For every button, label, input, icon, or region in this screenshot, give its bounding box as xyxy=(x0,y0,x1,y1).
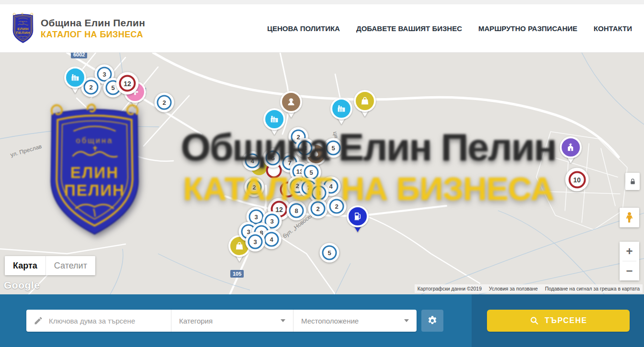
cluster-ring: 8 xyxy=(289,203,304,218)
search-button[interactable]: ТЪРСЕНЕ xyxy=(487,310,630,332)
map-type-control: Карта Сателит xyxy=(5,256,95,275)
padlock-icon xyxy=(629,178,637,186)
search-bar: Категория Местоположение Т xyxy=(0,294,644,347)
category-select-label: Категория xyxy=(179,317,213,325)
cluster-ring: 5 xyxy=(326,141,341,156)
cluster-count: 5 xyxy=(111,84,114,91)
keyword-search-input[interactable] xyxy=(49,317,171,325)
cluster-count: 2 xyxy=(252,184,256,191)
chevron-down-icon xyxy=(281,319,285,322)
map-attribution: Картографски данни ©2019Условия за ползв… xyxy=(415,284,643,293)
cluster-ring: 8 xyxy=(312,186,327,201)
fuel-pump-icon xyxy=(352,211,363,222)
location-select[interactable]: Местоположение xyxy=(293,310,417,332)
header: общинаЕЛИНПЕЛИН Община Елин Пелин КАТАЛО… xyxy=(0,4,644,53)
church-pin[interactable] xyxy=(560,136,582,165)
attribution-text: Картографски данни ©2019 xyxy=(418,286,482,291)
cluster-count: 2 xyxy=(295,182,299,190)
cluster-marker[interactable]: 3 xyxy=(295,138,315,158)
site-logo[interactable]: общинаЕЛИНПЕЛИН Община Елин Пелин КАТАЛО… xyxy=(11,12,145,44)
attribution-link[interactable]: Условия за ползване xyxy=(489,286,538,291)
cluster-count: 4 xyxy=(250,157,254,165)
satellite-view-button[interactable]: Сателит xyxy=(46,256,95,275)
lock-button[interactable] xyxy=(625,173,640,190)
cluster-count: 8 xyxy=(317,190,320,197)
cluster-count: 3 xyxy=(270,218,273,225)
municipality-crest-icon: общинаЕЛИНПЕЛИН xyxy=(11,12,35,44)
svg-text:ПЕЛИН: ПЕЛИН xyxy=(16,31,30,35)
factory-pin[interactable] xyxy=(64,67,86,95)
church-icon xyxy=(565,142,576,153)
cluster-count: 8 xyxy=(294,207,298,214)
bag-pin[interactable] xyxy=(354,90,376,119)
site-title: Община Елин Пелин xyxy=(41,17,145,29)
zoom-out-button[interactable]: − xyxy=(620,261,639,280)
map-markers-layer: 3251222354671352274812822333843510 xyxy=(0,53,644,294)
nav-pricing[interactable]: ЦЕНОВА ПОЛИТИКА xyxy=(267,24,340,33)
pencil-icon xyxy=(34,316,43,325)
factory-icon xyxy=(70,72,80,83)
cluster-marker[interactable]: 2 xyxy=(308,199,328,219)
cluster-marker[interactable]: 5 xyxy=(324,138,343,158)
cluster-count: 2 xyxy=(89,84,92,91)
advanced-settings-button[interactable] xyxy=(421,310,443,332)
cluster-count: 2 xyxy=(162,99,166,106)
pin-circle xyxy=(354,90,376,112)
cluster-marker[interactable]: 5 xyxy=(320,243,339,263)
crest-graphic: общинаЕЛИНПЕЛИН xyxy=(11,12,35,44)
map-canvas[interactable]: ул. Преславбул. „Новоселци6002105 325122… xyxy=(0,53,644,294)
shopping-bag-icon xyxy=(234,241,245,251)
cluster-marker[interactable]: 2 xyxy=(155,93,174,112)
factory-pin[interactable] xyxy=(263,108,285,137)
factory-pin[interactable] xyxy=(330,98,352,126)
cluster-ring: 5 xyxy=(322,246,337,260)
cluster-marker[interactable]: 4 xyxy=(243,151,262,171)
location-select-label: Местоположение xyxy=(301,317,359,325)
chevron-down-icon xyxy=(404,319,409,322)
svg-text:ЕЛИН: ЕЛИН xyxy=(17,27,28,31)
attribution-link[interactable]: Подаване на сигнал за грешка в картата xyxy=(545,286,640,291)
cluster-ring: 2 xyxy=(247,180,262,195)
main-nav: ЦЕНОВА ПОЛИТИКАДОБАВЕТЕ ВАШИЯТ БИЗНЕСМАР… xyxy=(267,24,632,33)
cluster-marker[interactable]: 10 xyxy=(565,168,589,191)
cluster-count: 5 xyxy=(331,145,335,152)
cluster-count: 4 xyxy=(329,183,332,190)
cluster-marker[interactable]: 12 xyxy=(116,72,139,95)
pin-circle xyxy=(64,67,86,89)
cluster-count: 5 xyxy=(309,169,313,176)
google-logo[interactable]: Google xyxy=(4,280,40,291)
keyword-segment xyxy=(26,310,171,332)
pin-circle xyxy=(330,98,352,120)
search-box: Категория Местоположение xyxy=(26,310,417,332)
cluster-count: 3 xyxy=(102,71,106,78)
search-bar-right: ТЪРСЕНЕ xyxy=(472,294,644,347)
zoom-in-button[interactable]: + xyxy=(620,242,639,261)
cluster-marker[interactable]: 2 xyxy=(245,178,264,197)
search-button-label: ТЪРСЕНЕ xyxy=(545,316,588,325)
gear-icon xyxy=(427,315,438,326)
street-view-pegman-button[interactable] xyxy=(620,208,639,227)
cluster-count: 3 xyxy=(303,145,306,152)
nav-add-business[interactable]: ДОБАВЕТЕ ВАШИЯТ БИЗНЕС xyxy=(356,24,462,33)
cluster-ring: 2 xyxy=(157,95,172,110)
factory-icon xyxy=(269,114,280,124)
logo-text: Община Елин Пелин КАТАЛОГ НА БИЗНЕСА xyxy=(41,17,145,40)
map-view-button[interactable]: Карта xyxy=(5,256,46,275)
cluster-marker[interactable]: 2 xyxy=(327,197,347,216)
cluster-ring: 4 xyxy=(264,232,279,247)
cluster-count: 12 xyxy=(275,205,283,213)
pegman-icon xyxy=(623,212,635,224)
fuel-pin[interactable] xyxy=(347,205,369,234)
cluster-marker[interactable]: 8 xyxy=(287,201,306,221)
category-select[interactable]: Категория xyxy=(171,310,293,332)
cluster-count: 6 xyxy=(271,155,274,162)
cluster-count: 4 xyxy=(270,236,273,243)
page: общинаЕЛИНПЕЛИН Община Елин Пелин КАТАЛО… xyxy=(0,0,644,347)
cluster-marker[interactable]: 3 xyxy=(246,232,265,252)
nav-contacts[interactable]: КОНТАКТИ xyxy=(594,24,632,33)
cluster-ring: 5 xyxy=(304,165,319,180)
cluster-count: 5 xyxy=(328,249,331,257)
svg-text:община: община xyxy=(19,21,27,22)
nav-bus-schedule[interactable]: МАРШРУТНО РАЗПИСАНИЕ xyxy=(478,24,577,33)
cluster-count: 7 xyxy=(288,159,291,167)
